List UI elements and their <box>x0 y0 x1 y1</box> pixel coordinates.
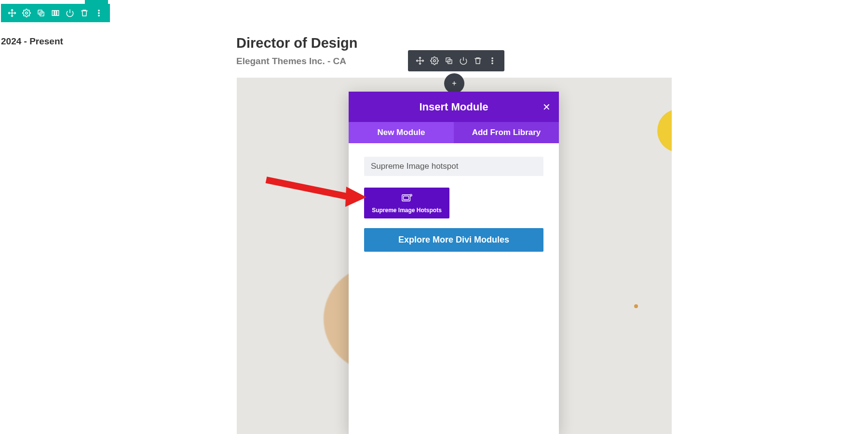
power-icon[interactable] <box>456 54 471 68</box>
section-handle-tab[interactable] <box>85 0 108 4</box>
tab-add-from-library[interactable]: Add From Library <box>454 122 559 143</box>
svg-point-9 <box>434 60 436 62</box>
svg-rect-4 <box>55 11 56 16</box>
trash-icon[interactable] <box>77 7 92 19</box>
gear-icon[interactable] <box>427 54 442 68</box>
module-card-supreme-image-hotspots[interactable]: Supreme Image Hotspots <box>364 188 449 218</box>
dots-icon[interactable] <box>485 54 500 68</box>
modal-body: Supreme Image Hotspots Explore More Divi… <box>349 143 559 265</box>
insert-module-modal: Insert Module ✕ New Module Add From Libr… <box>349 92 559 434</box>
modal-header: Insert Module ✕ <box>349 92 559 122</box>
columns-icon[interactable] <box>48 7 63 19</box>
svg-point-17 <box>410 194 412 196</box>
small-dot <box>634 304 638 308</box>
svg-rect-5 <box>57 11 59 16</box>
duplicate-icon[interactable] <box>442 54 456 68</box>
svg-point-13 <box>492 60 493 61</box>
hotspot-icon <box>401 193 413 204</box>
modal-title: Insert Module <box>360 101 547 113</box>
tab-new-module[interactable]: New Module <box>349 122 454 143</box>
add-module-button[interactable]: + <box>444 73 464 94</box>
page-subtitle: Elegant Themes Inc. - CA <box>236 56 346 67</box>
svg-point-8 <box>98 15 99 16</box>
page-title: Director of Design <box>236 35 357 51</box>
svg-rect-16 <box>403 196 408 200</box>
svg-point-0 <box>26 12 28 14</box>
move-icon[interactable] <box>413 54 427 68</box>
dots-icon[interactable] <box>92 7 106 19</box>
row-toolbar <box>408 50 504 71</box>
plus-icon: + <box>452 79 456 88</box>
section-toolbar <box>1 4 110 22</box>
svg-point-14 <box>492 63 493 64</box>
modal-tabs: New Module Add From Library <box>349 122 559 143</box>
module-search-input[interactable] <box>364 157 543 176</box>
duplicate-icon[interactable] <box>34 7 48 19</box>
close-icon[interactable]: ✕ <box>541 101 552 113</box>
svg-point-6 <box>98 10 99 11</box>
svg-point-7 <box>98 13 99 14</box>
module-card-label: Supreme Image Hotspots <box>368 207 446 214</box>
yellow-circle <box>657 109 672 152</box>
svg-rect-3 <box>52 11 54 16</box>
explore-more-button[interactable]: Explore More Divi Modules <box>364 228 543 252</box>
move-icon[interactable] <box>5 7 19 19</box>
power-icon[interactable] <box>63 7 77 19</box>
gear-icon[interactable] <box>19 7 34 19</box>
date-range: 2024 - Present <box>1 36 63 47</box>
svg-point-12 <box>492 58 493 59</box>
trash-icon[interactable] <box>471 54 485 68</box>
